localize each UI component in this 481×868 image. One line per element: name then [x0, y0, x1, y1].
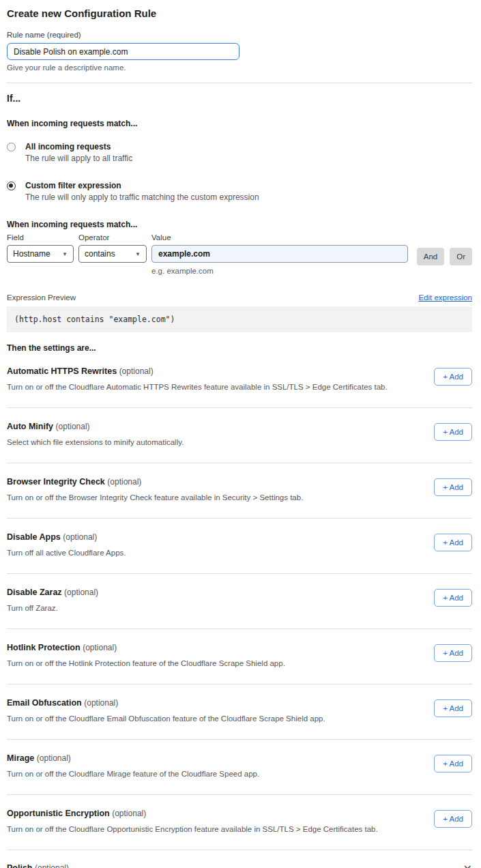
- setting-row: Auto Minify (optional) Select which file…: [7, 408, 472, 463]
- polish-setting-section: Polish (optional) ✕ Change the settings …: [7, 850, 472, 868]
- setting-title: Disable Zaraz (optional): [7, 588, 98, 597]
- setting-row: Opportunistic Encryption (optional) Turn…: [7, 795, 472, 850]
- setting-description: Turn off Zaraz.: [7, 604, 98, 612]
- radio-button-icon[interactable]: [7, 182, 16, 190]
- setting-optional-tag: (optional): [84, 698, 118, 708]
- close-icon[interactable]: ✕: [463, 864, 472, 868]
- expression-preview-label: Expression Preview: [7, 293, 76, 302]
- edit-expression-link[interactable]: Edit expression: [418, 293, 472, 302]
- setting-description: Turn on or off the Browser Integrity Che…: [7, 493, 303, 502]
- setting-description: Turn on or off the Cloudflare Mirage fea…: [7, 770, 259, 778]
- setting-description: Turn on or off the Cloudflare Opportunis…: [7, 825, 378, 833]
- setting-title: Mirage (optional): [7, 753, 259, 763]
- value-hint: e.g. example.com: [151, 267, 408, 275]
- radio-description: The rule will only apply to traffic matc…: [25, 192, 259, 202]
- add-setting-button[interactable]: + Add: [434, 368, 472, 386]
- setting-row: Hotlink Protection (optional) Turn on or…: [7, 629, 472, 684]
- expression-builder-label: When incoming requests match...: [7, 220, 472, 229]
- expression-preview-header: Expression Preview Edit expression: [7, 293, 472, 302]
- chevron-down-icon: ▼: [135, 251, 141, 257]
- setting-title: Opportunistic Encryption (optional): [7, 809, 378, 818]
- radio-all-incoming-requests[interactable]: All incoming requests The rule will appl…: [7, 142, 472, 163]
- setting-optional-tag: (optional): [64, 588, 98, 597]
- setting-description: Select which file extensions to minify a…: [7, 438, 184, 446]
- field-label: Field: [7, 233, 74, 242]
- setting-optional-tag: (optional): [37, 753, 71, 763]
- setting-optional-tag: (optional): [112, 809, 146, 818]
- setting-title: Automatic HTTPS Rewrites (optional): [7, 366, 388, 376]
- rule-name-input[interactable]: [7, 43, 239, 60]
- field-select-value: Hostname: [13, 249, 50, 259]
- setting-row: Disable Zaraz (optional) Turn off Zaraz.…: [7, 574, 472, 629]
- add-setting-button[interactable]: + Add: [434, 589, 472, 607]
- incoming-requests-match-label: When incoming requests match...: [7, 119, 472, 128]
- then-settings-heading: Then the settings are...: [7, 343, 472, 353]
- setting-description: Turn on or off the Cloudflare Email Obfu…: [7, 714, 325, 723]
- setting-title: Polish (optional): [7, 863, 69, 868]
- setting-description: Turn on or off the Hotlink Protection fe…: [7, 659, 285, 667]
- operator-select-value: contains: [85, 249, 115, 259]
- setting-row: Disable Apps (optional) Turn off all act…: [7, 519, 472, 574]
- setting-row: Email Obfuscation (optional) Turn on or …: [7, 684, 472, 740]
- rule-name-hint: Give your rule a descriptive name.: [7, 63, 472, 72]
- operator-label: Operator: [78, 233, 147, 242]
- expression-builder: Field Hostname ▼ Operator contains ▼ Val…: [7, 233, 472, 275]
- add-setting-button[interactable]: + Add: [434, 755, 472, 772]
- setting-title: Browser Integrity Check (optional): [7, 477, 303, 487]
- chevron-down-icon: ▼: [62, 251, 68, 257]
- create-configuration-rule-page: Create new Configuration Rule Rule name …: [0, 0, 481, 868]
- value-input[interactable]: [151, 245, 408, 263]
- value-label: Value: [151, 233, 408, 242]
- add-setting-button[interactable]: + Add: [434, 810, 472, 828]
- setting-row: Browser Integrity Check (optional) Turn …: [7, 463, 472, 519]
- setting-optional-tag: (optional): [107, 477, 141, 487]
- setting-title: Email Obfuscation (optional): [7, 698, 325, 708]
- section-divider: [7, 83, 472, 83]
- setting-description: Turn on or off the Cloudflare Automatic …: [7, 383, 388, 391]
- setting-row: Mirage (optional) Turn on or off the Clo…: [7, 740, 472, 795]
- radio-description: The rule will apply to all traffic: [25, 154, 132, 163]
- add-setting-button[interactable]: + Add: [434, 478, 472, 496]
- setting-description: Turn off all active Cloudflare Apps.: [7, 549, 126, 557]
- radio-label: Custom filter expression: [25, 181, 259, 190]
- or-button[interactable]: Or: [450, 248, 472, 265]
- if-heading: If...: [7, 93, 472, 104]
- expression-preview-code: (http.host contains "example.com"): [7, 306, 472, 332]
- page-title: Create new Configuration Rule: [7, 8, 472, 19]
- add-setting-button[interactable]: + Add: [434, 423, 472, 441]
- setting-optional-tag: (optional): [83, 643, 117, 652]
- setting-optional-tag: (optional): [35, 863, 69, 868]
- setting-optional-tag: (optional): [119, 366, 154, 376]
- setting-optional-tag: (optional): [56, 422, 90, 431]
- settings-list: Automatic HTTPS Rewrites (optional) Turn…: [7, 353, 472, 850]
- setting-title: Hotlink Protection (optional): [7, 643, 285, 652]
- setting-optional-tag: (optional): [63, 532, 97, 542]
- setting-row: Automatic HTTPS Rewrites (optional) Turn…: [7, 353, 472, 408]
- rule-name-label: Rule name (required): [7, 31, 472, 39]
- field-select[interactable]: Hostname ▼: [7, 245, 74, 263]
- radio-custom-filter-expression[interactable]: Custom filter expression The rule will o…: [7, 181, 472, 202]
- add-setting-button[interactable]: + Add: [434, 699, 472, 717]
- match-type-radio-group: All incoming requests The rule will appl…: [7, 142, 472, 202]
- setting-title: Auto Minify (optional): [7, 422, 184, 431]
- operator-select[interactable]: contains ▼: [78, 245, 147, 263]
- add-setting-button[interactable]: + Add: [434, 534, 472, 551]
- add-setting-button[interactable]: + Add: [434, 644, 472, 662]
- setting-title: Disable Apps (optional): [7, 532, 126, 542]
- radio-button-icon[interactable]: [7, 143, 16, 151]
- and-button[interactable]: And: [417, 248, 444, 265]
- radio-label: All incoming requests: [25, 142, 132, 151]
